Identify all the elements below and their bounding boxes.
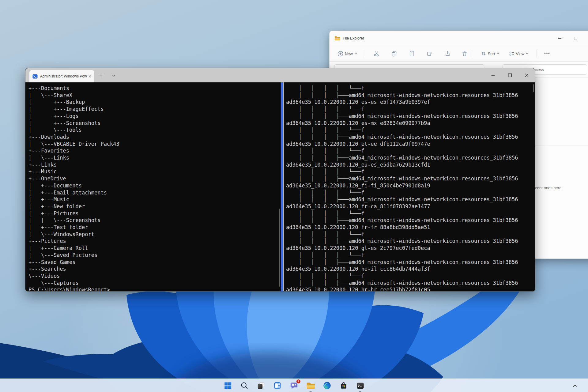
chevron-down-icon <box>526 53 529 55</box>
view-icon <box>509 51 514 56</box>
toolbar-divider <box>537 50 537 58</box>
copy-button[interactable] <box>388 48 400 59</box>
more-options-button[interactable] <box>541 48 553 59</box>
plus-icon <box>100 74 104 78</box>
widgets-button[interactable] <box>272 380 283 391</box>
maximize-button[interactable] <box>567 31 583 46</box>
terminal-pane-right[interactable]: │ │ │ │ └───f │ │ │ ├───amd64_microsoft-… <box>284 82 535 291</box>
task-view-icon <box>257 381 265 390</box>
tab-close-button[interactable] <box>87 74 92 79</box>
chevron-down-icon <box>496 53 499 55</box>
rename-icon <box>427 51 433 57</box>
close-icon <box>525 74 529 77</box>
terminal-tabbar[interactable]: Administrator: Windows PowerS <box>25 68 535 82</box>
edge-icon <box>323 381 331 390</box>
tab-dropdown-button[interactable] <box>109 71 119 81</box>
store-button[interactable] <box>338 380 349 391</box>
folder-icon <box>334 36 340 41</box>
trash-icon <box>462 51 468 57</box>
copy-icon <box>391 51 397 57</box>
maximize-button[interactable] <box>501 68 518 82</box>
terminal-pane-left[interactable]: +---Documents | \---ShareX | +---Backup … <box>25 82 281 291</box>
edge-button[interactable] <box>322 380 332 391</box>
minimize-button[interactable] <box>484 68 501 82</box>
terminal-body: +---Documents | \---ShareX | +---Backup … <box>25 82 535 291</box>
maximize-icon <box>508 74 512 77</box>
cut-button[interactable] <box>371 48 383 59</box>
file-explorer-toolbar: New <box>330 46 588 62</box>
ellipsis-icon <box>544 53 550 55</box>
chevron-down-icon <box>112 75 115 77</box>
new-tab-button[interactable] <box>96 71 107 81</box>
left-pane-scrollbar[interactable] <box>279 209 280 287</box>
active-app-indicator <box>359 391 361 392</box>
sort-label: Sort <box>488 51 495 56</box>
terminal-taskbar-button[interactable] <box>355 380 365 391</box>
pane-divider[interactable] <box>281 82 284 291</box>
terminal-left-output: +---Documents | \---ShareX | +---Backup … <box>25 82 281 291</box>
search-icon <box>240 381 249 390</box>
new-plus-icon <box>337 51 343 57</box>
toolbar-divider <box>471 50 471 58</box>
paste-button[interactable] <box>406 48 418 59</box>
view-label: View <box>516 51 525 56</box>
chevron-up-icon <box>573 384 577 387</box>
toolbar-divider <box>364 50 364 58</box>
search-button[interactable] <box>239 380 250 391</box>
minimize-icon <box>491 74 495 77</box>
cut-icon <box>374 51 380 57</box>
close-button[interactable] <box>518 68 535 82</box>
widgets-icon <box>273 381 282 390</box>
chat-button[interactable]: ! <box>289 380 299 391</box>
active-app-indicator <box>310 391 312 392</box>
minimize-button[interactable] <box>552 31 567 46</box>
chat-notification-badge: ! <box>296 379 300 383</box>
taskbar-icons: ! <box>223 380 365 391</box>
file-explorer-taskbar-button[interactable] <box>305 380 316 391</box>
view-button[interactable]: View <box>505 48 533 59</box>
file-explorer-titlebar[interactable]: File Explorer <box>330 31 588 46</box>
terminal-tab-title: Administrator: Windows PowerS <box>40 74 87 78</box>
chevron-down-icon <box>354 53 357 55</box>
start-button[interactable] <box>223 380 233 391</box>
terminal-tab[interactable]: Administrator: Windows PowerS <box>29 70 94 82</box>
terminal-icon <box>356 381 364 390</box>
rename-button[interactable] <box>424 48 436 59</box>
sort-icon <box>481 51 486 56</box>
taskbar: ! <box>0 379 588 392</box>
close-button[interactable] <box>583 31 588 46</box>
file-explorer-window-controls <box>552 31 588 46</box>
terminal-right-output: │ │ │ │ └───f │ │ │ ├───amd64_microsoft-… <box>284 82 535 291</box>
microsoft-store-icon <box>339 381 348 390</box>
paste-icon <box>409 51 415 57</box>
powershell-icon <box>32 74 38 79</box>
terminal-window: Administrator: Windows PowerS <box>25 68 535 292</box>
minimize-icon <box>558 37 561 40</box>
delete-button[interactable] <box>458 48 471 59</box>
task-view-button[interactable] <box>256 380 266 391</box>
maximize-icon <box>574 37 577 40</box>
terminal-window-controls <box>484 68 535 82</box>
file-explorer-icon <box>306 382 315 390</box>
close-icon <box>89 75 91 78</box>
new-label: New <box>345 51 353 56</box>
windows-start-icon <box>224 381 232 390</box>
sort-button[interactable]: Sort <box>476 48 504 59</box>
show-hidden-icons-button[interactable] <box>570 379 579 392</box>
desktop: File Explorer New <box>0 0 588 392</box>
file-explorer-title: File Explorer <box>343 36 364 40</box>
share-button[interactable] <box>441 48 454 59</box>
new-button[interactable]: New <box>334 48 360 59</box>
right-pane-scrollbar[interactable] <box>533 84 534 92</box>
share-icon <box>444 51 450 57</box>
